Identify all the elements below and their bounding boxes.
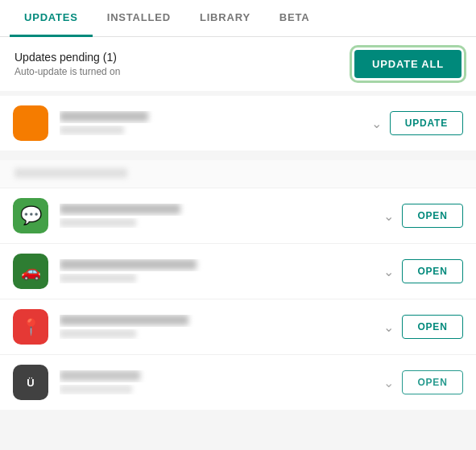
uber-icon: Ü bbox=[27, 377, 34, 389]
app-icon-pending bbox=[13, 105, 48, 141]
tab-installed[interactable]: INSTALLED bbox=[93, 0, 185, 37]
updates-pending-title: Updates pending (1) bbox=[14, 51, 120, 64]
app-meta-pending bbox=[60, 126, 363, 135]
app-meta-markaz bbox=[60, 329, 375, 339]
app-details-markaz bbox=[60, 315, 375, 339]
app-meta-blurred bbox=[60, 274, 136, 283]
app-name-blurred bbox=[60, 370, 140, 381]
app-meta-blurred bbox=[60, 218, 136, 227]
markaz-icon: 📍 bbox=[21, 317, 41, 336]
app-icon-uber: Ü bbox=[13, 365, 48, 400]
open-button-careem[interactable]: OPEN bbox=[402, 259, 463, 283]
app-icon-whatsapp: 💬 bbox=[13, 198, 48, 233]
chevron-down-icon[interactable]: ⌄ bbox=[383, 320, 394, 335]
app-meta-careem bbox=[60, 274, 375, 283]
app-meta-blurred bbox=[60, 329, 136, 338]
app-meta-whatsapp bbox=[60, 218, 375, 228]
open-button-markaz[interactable]: OPEN bbox=[402, 315, 463, 339]
app-meta-uber bbox=[60, 385, 375, 394]
update-all-button[interactable]: UPDATE ALL bbox=[354, 50, 462, 78]
app-name-uber bbox=[60, 370, 375, 382]
app-meta-blurred-text bbox=[60, 126, 124, 134]
app-name-pending bbox=[60, 111, 363, 123]
update-button[interactable]: UPDATE bbox=[390, 111, 463, 135]
app-details-uber bbox=[60, 370, 375, 394]
tab-beta[interactable]: BETA bbox=[265, 0, 325, 37]
app-name-markaz bbox=[60, 315, 375, 327]
chevron-down-icon[interactable]: ⌄ bbox=[383, 264, 394, 279]
chevron-down-icon[interactable]: ⌄ bbox=[383, 375, 394, 390]
app-name-whatsapp bbox=[60, 204, 375, 216]
table-row: ⌄ UPDATE bbox=[0, 96, 476, 151]
app-name-blurred bbox=[60, 259, 197, 270]
app-name-blurred bbox=[60, 204, 180, 214]
app-icon-markaz: 📍 bbox=[13, 309, 48, 345]
app-details-pending bbox=[60, 111, 363, 135]
open-button-uber[interactable]: OPEN bbox=[402, 370, 463, 394]
tab-library[interactable]: LIBRARY bbox=[185, 0, 265, 37]
app-details-whatsapp bbox=[60, 204, 375, 228]
recently-updated-section: 💬 ⌄ OPEN 🚗 bbox=[0, 160, 476, 410]
updates-info: Updates pending (1) Auto-update is turne… bbox=[14, 51, 120, 77]
updates-header-section: Updates pending (1) Auto-update is turne… bbox=[0, 37, 476, 91]
app-name-careem bbox=[60, 259, 375, 271]
app-name-blurred-text bbox=[60, 111, 148, 122]
app-container: UPDATES INSTALLED LIBRARY BETA Updates p… bbox=[0, 0, 476, 450]
list-item: 📍 ⌄ OPEN bbox=[0, 299, 476, 355]
list-item: 🚗 ⌄ OPEN bbox=[0, 244, 476, 299]
recently-updated-label bbox=[14, 168, 127, 178]
open-button-whatsapp[interactable]: OPEN bbox=[402, 204, 463, 228]
whatsapp-icon: 💬 bbox=[20, 205, 42, 226]
app-name-blurred bbox=[60, 315, 188, 325]
app-details-careem bbox=[60, 259, 375, 283]
careem-icon: 🚗 bbox=[21, 262, 41, 281]
list-item: Ü ⌄ OPEN bbox=[0, 355, 476, 410]
auto-update-subtitle: Auto-update is turned on bbox=[14, 66, 120, 77]
recently-updated-header bbox=[0, 160, 476, 188]
chevron-down-icon[interactable]: ⌄ bbox=[371, 116, 382, 131]
chevron-down-icon[interactable]: ⌄ bbox=[383, 208, 394, 224]
tab-updates[interactable]: UPDATES bbox=[10, 0, 93, 37]
content-area: Updates pending (1) Auto-update is turne… bbox=[0, 37, 476, 450]
pending-apps-section: ⌄ UPDATE bbox=[0, 96, 476, 151]
list-item: 💬 ⌄ OPEN bbox=[0, 188, 476, 244]
tab-bar: UPDATES INSTALLED LIBRARY BETA bbox=[0, 0, 476, 37]
app-meta-blurred bbox=[60, 385, 132, 394]
app-icon-careem: 🚗 bbox=[13, 254, 48, 289]
